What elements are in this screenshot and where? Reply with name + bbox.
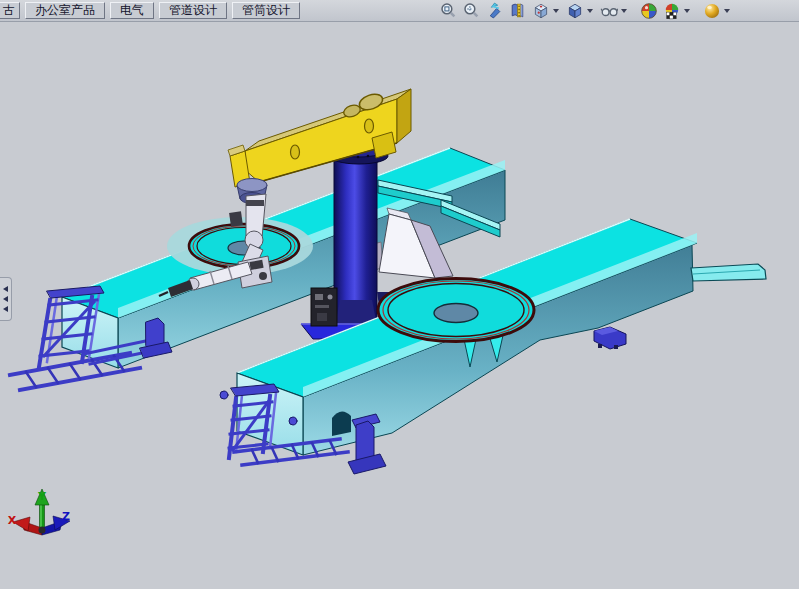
view-orientation-icon <box>532 2 550 20</box>
tab-clipped[interactable]: 古 <box>0 2 20 19</box>
view-settings-dropdown[interactable] <box>724 9 730 13</box>
robot-shoulder-band <box>246 200 264 206</box>
stand2-stub-right <box>289 417 297 425</box>
triad-origin <box>39 527 46 534</box>
display-style-button[interactable] <box>564 2 585 20</box>
robot-motor-box <box>229 211 243 227</box>
beam-arch-recess <box>332 411 351 436</box>
viewport-3d[interactable]: Y X Z <box>0 0 799 589</box>
checker-flag <box>666 12 676 19</box>
display-style-dropdown[interactable] <box>587 9 593 13</box>
apply-scene-icon <box>663 2 681 20</box>
zoom-to-area-icon <box>463 2 480 19</box>
tab-electrical[interactable]: 电气 <box>110 2 154 19</box>
right-ring-center-hole <box>434 304 478 323</box>
view-settings-icon <box>703 2 721 20</box>
tab-piping-design[interactable]: 管道设计 <box>159 2 227 19</box>
previous-view-button[interactable] <box>484 2 505 20</box>
feature-tree-collapse-control[interactable] <box>0 277 12 321</box>
previous-view-icon <box>486 2 503 19</box>
tab-tubing-design[interactable]: 管筒设计 <box>232 2 300 19</box>
stand2-stub-left <box>220 391 228 399</box>
right-turntable-ring[interactable] <box>378 279 534 342</box>
z-axis-label: Z <box>62 510 70 523</box>
collapse-arrow-icon <box>3 296 8 302</box>
hide-show-items-button[interactable] <box>598 2 619 20</box>
boom-front-hole-1 <box>291 145 300 159</box>
zoom-to-area-button[interactable] <box>461 2 482 20</box>
command-manager-toolbar: 古 办公室产品 电气 管道设计 管筒设计 <box>0 0 799 22</box>
y-axis-label: Y <box>37 490 47 503</box>
boom-front-hole-2 <box>365 119 374 133</box>
section-view-button[interactable] <box>507 2 528 20</box>
zoom-to-fit-button[interactable] <box>438 2 459 20</box>
heads-up-view-toolbar <box>437 1 734 20</box>
collapse-arrow-icon <box>3 306 8 312</box>
solidworks-window: Y X Z 古 办公室产品 电气 管道设计 管筒设计 <box>0 0 799 589</box>
view-orientation-dropdown[interactable] <box>553 9 559 13</box>
apply-scene-dropdown[interactable] <box>684 9 690 13</box>
command-tabs: 古 办公室产品 电气 管道设计 管筒设计 <box>0 0 305 21</box>
apply-scene-button[interactable] <box>661 2 682 20</box>
hide-show-items-dropdown[interactable] <box>621 9 627 13</box>
hide-show-items-icon <box>600 2 618 20</box>
view-settings-button[interactable] <box>701 2 722 20</box>
tab-office-products[interactable]: 办公室产品 <box>25 2 105 19</box>
edit-appearance-icon <box>640 2 658 20</box>
control-box[interactable] <box>311 288 337 326</box>
collapse-arrow-icon <box>3 286 8 292</box>
view-orientation-button[interactable] <box>530 2 551 20</box>
robot-wrist-joint <box>259 272 267 280</box>
x-axis-label: X <box>8 514 17 527</box>
display-style-icon <box>566 2 584 20</box>
edit-appearance-button[interactable] <box>638 2 659 20</box>
zoom-to-fit-icon <box>440 2 457 19</box>
section-view-icon <box>509 2 526 19</box>
